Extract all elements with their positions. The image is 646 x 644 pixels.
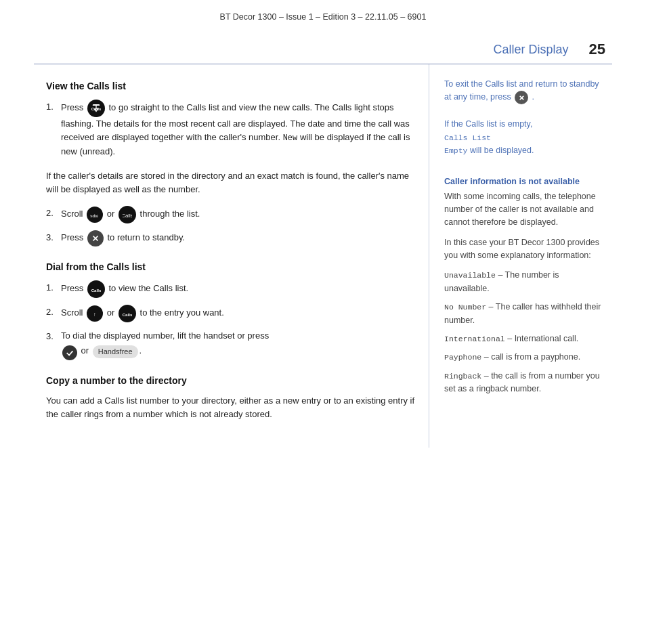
dial-list-content-1: Press Calls to view the Calls list.	[61, 280, 415, 298]
page-header: BT Decor 1300 – Issue 1 – Edition 3 – 22…	[0, 0, 646, 28]
content-area: View the Calls list 1. Press Calls to go…	[0, 64, 646, 448]
redial-button-icon-2: ↑	[87, 305, 103, 322]
svg-text:Redial: Redial	[90, 215, 98, 219]
ringback-keyword: Ringback	[444, 372, 481, 381]
svg-text:Calls: Calls	[123, 312, 132, 317]
calls-button-icon-2: Calls	[119, 206, 136, 223]
empty-note: If the Calls list is empty, Calls ListEm…	[444, 118, 601, 157]
list-num-3: 3.	[46, 230, 61, 244]
list-item-3: 3. Press to return to standby.	[46, 230, 415, 246]
calls-button-icon-4: Calls	[119, 305, 136, 322]
international-text: – International call.	[507, 334, 578, 343]
section-heading-dial-calls: Dial from the Calls list	[46, 261, 415, 272]
section-heading-view-calls: View the Calls list	[46, 81, 415, 91]
new-keyword: New	[283, 133, 298, 143]
dial-list-content-3: To dial the displayed number, lift the h…	[61, 329, 415, 360]
left-column: View the Calls list 1. Press Calls to go…	[34, 64, 429, 448]
list-item-2: 2. Scroll ↑Redial or Calls through the l…	[46, 206, 415, 223]
international-keyword: International	[444, 335, 505, 343]
section-copy-number: Copy a number to the directory You can a…	[46, 375, 415, 421]
right-item-payphone: Payphone – call is from a payphone.	[444, 351, 601, 364]
x-icon-inline	[515, 91, 528, 104]
dial-list-num-1: 1.	[46, 280, 61, 295]
handsfree-button: Handsfree	[93, 345, 138, 358]
right-column: To exit the Calls list and return to sta…	[429, 64, 612, 448]
dial-list-num-3: 3.	[46, 329, 61, 343]
section-title: Caller Display	[493, 43, 568, 57]
exit-note: To exit the Calls list and return to sta…	[444, 78, 601, 104]
dial-list-item-2: 2. Scroll ↑ or Calls to the entry you wa…	[46, 305, 415, 322]
page-number: 25	[589, 41, 605, 58]
svg-text:Calls: Calls	[91, 106, 101, 111]
list-content-2: Scroll ↑Redial or Calls through the list…	[61, 206, 415, 223]
payphone-text: – call is from a payphone.	[484, 352, 580, 362]
calls-button-icon: Calls	[87, 100, 105, 117]
caller-info-para: With some incoming calls, the telephone …	[444, 190, 601, 230]
copy-number-para: You can add a Calls list number to your …	[46, 394, 415, 421]
dial-list-content-2: Scroll ↑ or Calls to the entry you want.	[61, 305, 415, 322]
svg-text:Calls: Calls	[91, 288, 101, 293]
x-button-icon	[87, 230, 104, 246]
right-item-unavailable: Unavailable – The number is unavailable.	[444, 269, 601, 295]
caller-details-para: If the caller's details are stored in th…	[46, 169, 415, 196]
section-dial-calls: Dial from the Calls list 1. Press Calls …	[46, 261, 415, 360]
unavailable-keyword: Unavailable	[444, 271, 496, 280]
caller-info-heading: Caller information is not available	[444, 177, 601, 186]
section-view-calls: View the Calls list 1. Press Calls to go…	[46, 81, 415, 246]
header-text: BT Decor 1300 – Issue 1 – Edition 3 – 22…	[220, 12, 427, 22]
list-item-1-text: to go straight to the Calls list and vie…	[61, 102, 410, 156]
payphone-keyword: Payphone	[444, 353, 481, 362]
view-calls-list-cont: 2. Scroll ↑Redial or Calls through the l…	[46, 206, 415, 246]
right-item-no-number: No Number – The caller has withheld thei…	[444, 301, 601, 327]
dial-calls-list: 1. Press Calls to view the Calls list. 2…	[46, 280, 415, 360]
empty-note-suffix: will be displayed.	[470, 146, 534, 155]
svg-text:Calls: Calls	[123, 213, 132, 219]
empty-note-text: If the Calls list is empty,	[444, 119, 532, 129]
no-number-keyword: No Number	[444, 303, 486, 312]
page-title-bar: Caller Display 25	[0, 28, 646, 64]
list-content-1: Press Calls to go straight to the Calls …	[61, 100, 415, 158]
svg-text:↑: ↑	[93, 312, 96, 318]
list-item-1: 1. Press Calls to go straight to the Cal…	[46, 100, 415, 158]
list-num-2: 2.	[46, 206, 61, 220]
redial-button-icon: ↑Redial	[87, 207, 103, 223]
section-heading-copy: Copy a number to the directory	[46, 375, 415, 386]
dial-list-num-2: 2.	[46, 305, 61, 319]
in-this-case-para: In this case your BT Decor 1300 provides…	[444, 236, 601, 263]
list-content-3: Press to return to standby.	[61, 230, 415, 246]
right-item-ringback: Ringback – the call is from a number you…	[444, 370, 601, 396]
calls-button-icon-3: Calls	[87, 280, 105, 298]
tick-button-icon	[62, 345, 77, 360]
view-calls-list: 1. Press Calls to go straight to the Cal…	[46, 100, 415, 158]
right-item-international: International – International call.	[444, 332, 601, 345]
dial-list-item-1: 1. Press Calls to view the Calls list.	[46, 280, 415, 298]
list-num-1: 1.	[46, 100, 61, 114]
dial-list-item-3: 3. To dial the displayed number, lift th…	[46, 329, 415, 360]
